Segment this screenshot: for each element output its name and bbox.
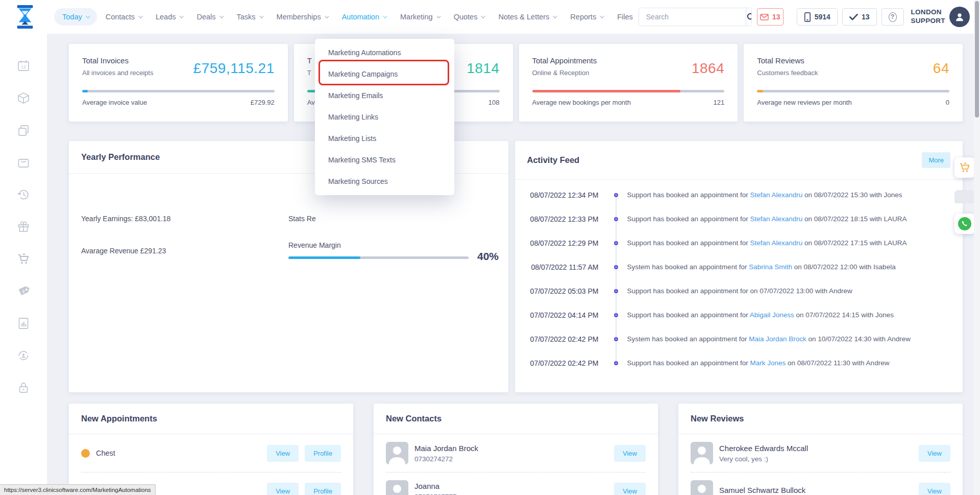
feed-entry: 08/07/2022 12:33 PMSupport has booked an…	[515, 207, 963, 231]
mail-notifications-badge[interactable]: 13	[757, 8, 783, 26]
feed-message-pre: Support has booked an appointment for	[627, 191, 748, 199]
contact-link[interactable]: Stefan Alexandru	[750, 191, 802, 199]
chevron-down-icon	[436, 14, 440, 18]
menu-item-marketing-automations[interactable]: Marketing Automations	[315, 42, 454, 63]
stat-value: 1814	[467, 60, 499, 77]
calendar-icon[interactable]: 12	[17, 59, 30, 73]
avatar-placeholder	[691, 480, 713, 495]
view-button[interactable]: View	[614, 445, 646, 462]
help-icon: ?	[889, 12, 897, 22]
view-button[interactable]: View	[614, 483, 646, 495]
history-icon[interactable]	[17, 188, 30, 201]
check-count: 13	[862, 13, 870, 21]
help-button[interactable]: ?	[881, 8, 904, 26]
floating-phone-button[interactable]	[954, 214, 975, 234]
timeline-dot-icon	[614, 289, 618, 293]
help-glyph: ?	[891, 13, 894, 20]
view-button[interactable]: View	[919, 483, 950, 495]
stat-footer-value: 108	[488, 99, 500, 106]
menu-item-marketing-sms-texts[interactable]: Marketing SMS Texts	[315, 149, 454, 171]
reviewer-name: Cherokee Edwards Mccall	[719, 444, 808, 453]
view-button[interactable]: View	[919, 445, 950, 462]
revenue-margin-track	[288, 256, 469, 259]
panel-title: Activity Feed	[527, 155, 580, 165]
copy-icon[interactable]	[17, 124, 30, 137]
reviewer-name: Samuel Schwartz Bullock	[719, 486, 805, 494]
floating-cart-button[interactable]	[954, 157, 975, 178]
feed-time: 08/07/2022 12:29 PM	[515, 239, 607, 247]
cart-icon[interactable]	[17, 252, 30, 266]
scrollbar-thumb[interactable]	[975, 1, 979, 117]
view-button[interactable]: View	[267, 445, 299, 462]
nav-item-notes-letters[interactable]: Notes & Letters	[493, 8, 561, 26]
appointment-row: Chest View Profile	[81, 434, 341, 472]
menu-item-marketing-campaigns[interactable]: Marketing Campaigns	[315, 63, 454, 85]
feed-time: 08/07/2022 12:34 PM	[515, 191, 607, 199]
nav-item-marketing[interactable]: Marketing	[395, 8, 445, 26]
nav-item-automation[interactable]: Automation	[336, 8, 391, 26]
contact-link[interactable]: Maia Jordan Brock	[749, 335, 806, 343]
app-logo-icon[interactable]	[13, 4, 37, 30]
contact-link[interactable]: Stefan Alexandru	[750, 215, 802, 223]
yearly-earnings: Yearly Earnings: £83,001.18	[81, 215, 170, 223]
gift-icon[interactable]	[17, 220, 30, 233]
user-line2: SUPPORT	[911, 17, 945, 26]
lock-icon[interactable]	[17, 381, 30, 394]
price-tag-icon[interactable]: $	[17, 285, 30, 298]
contact-link[interactable]: Sabrina Smith	[749, 263, 792, 271]
account-sync-icon[interactable]	[17, 349, 30, 362]
panel-title: New Appointments	[81, 414, 157, 423]
feed-message-post: on 08/07/2022 18:15 with LAURA	[804, 215, 906, 223]
menu-item-marketing-sources[interactable]: Marketing Sources	[315, 171, 454, 192]
shopping-bag-icon[interactable]	[17, 156, 30, 169]
average-revenue: Avarage Revenue £291.23	[81, 247, 166, 255]
tasks-done-badge[interactable]: 13	[842, 8, 877, 26]
package-icon[interactable]	[17, 91, 30, 105]
nav-label: Today	[62, 13, 82, 21]
stat-card-invoices: Total Invoices All invoices and receipts…	[69, 44, 288, 122]
view-button[interactable]: View	[267, 483, 299, 495]
menu-item-marketing-lists[interactable]: Marketing Lists	[315, 128, 454, 149]
nav-item-memberships[interactable]: Memberships	[271, 8, 333, 26]
user-avatar[interactable]	[949, 7, 970, 27]
nav-item-deals[interactable]: Deals	[191, 8, 228, 26]
feed-message-pre: Support has booked an appointment for	[627, 311, 748, 319]
nav-item-files[interactable]: Files	[611, 8, 639, 26]
stat-footer-label: Average new bookings per month	[532, 99, 631, 106]
contact-link[interactable]: Mark Jones	[750, 359, 786, 367]
phone-calls-badge[interactable]: 5914	[797, 8, 838, 26]
nav-item-reports[interactable]: Reports	[565, 8, 608, 26]
contact-link[interactable]: Stefan Alexandru	[750, 239, 802, 247]
stat-value: 64	[933, 60, 949, 77]
nav-item-leads[interactable]: Leads	[150, 8, 188, 26]
search-input[interactable]	[639, 8, 746, 26]
feed-message: Support has booked an appointment for Ma…	[625, 359, 890, 367]
scrollbar[interactable]	[974, 0, 980, 495]
nav-item-today[interactable]: Today	[54, 8, 97, 26]
feed-message: Support has booked an appointment for St…	[625, 191, 902, 199]
menu-item-marketing-links[interactable]: Marketing Links	[315, 106, 454, 128]
nav-item-quotes[interactable]: Quotes	[448, 8, 490, 26]
floating-button-partial[interactable]	[954, 190, 975, 203]
contact-phone: 07859587777	[414, 493, 457, 495]
nav-item-contacts[interactable]: Contacts	[100, 8, 147, 26]
search-button[interactable]	[746, 8, 752, 26]
contact-link[interactable]: Abigail Joness	[750, 311, 794, 319]
progress-fill	[82, 90, 88, 92]
topbar-right: 13 5914 13 ? LONDON SUPPORT	[639, 7, 970, 27]
new-contacts-panel: New Contacts Maia Jordan Brock 073027427…	[374, 404, 658, 495]
timeline-dot-icon	[614, 337, 618, 341]
revenue-margin-fill	[288, 256, 360, 259]
panel-title: New Reviews	[691, 414, 744, 423]
menu-item-marketing-emails[interactable]: Marketing Emails	[315, 85, 454, 106]
review-row: Samuel Schwartz Bullock View	[691, 472, 950, 495]
chevron-down-icon	[219, 14, 224, 18]
profile-button[interactable]: Profile	[305, 445, 341, 462]
feed-message-pre: System has booked an appointment for	[627, 263, 747, 271]
feed-message-post: on 08/07/2022 12:00 with Isabela	[794, 263, 896, 271]
report-chart-icon[interactable]	[17, 317, 30, 330]
profile-button[interactable]: Profile	[305, 483, 341, 495]
timeline-dot-icon	[614, 313, 618, 317]
more-button[interactable]: More	[922, 152, 950, 168]
nav-item-tasks[interactable]: Tasks	[231, 8, 268, 26]
